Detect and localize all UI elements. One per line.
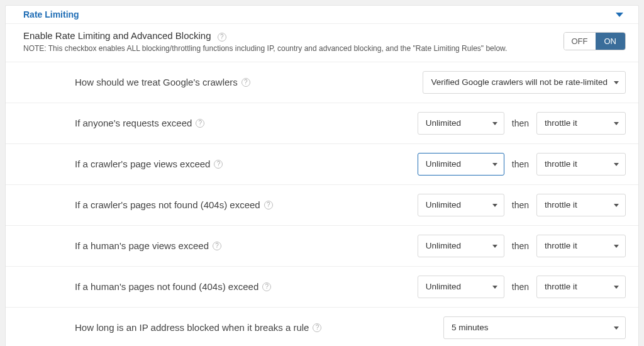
help-icon[interactable]: ? [264, 201, 273, 209]
action-value: throttle it [545, 282, 577, 291]
enable-title-text: Enable Rate Limiting and Advanced Blocki… [23, 30, 211, 41]
action-value: throttle it [545, 159, 577, 169]
threshold-value: Unlimited [426, 118, 461, 128]
threshold-value: Unlimited [426, 241, 461, 250]
action-select[interactable]: throttle it [536, 276, 626, 298]
then-text: then [512, 241, 529, 251]
help-icon[interactable]: ? [313, 323, 321, 332]
enable-row: Enable Rate Limiting and Advanced Blocki… [6, 24, 638, 62]
help-icon[interactable]: ? [242, 78, 250, 87]
rule-label-text: If a human's page views exceed [75, 240, 209, 251]
google-crawler-value: Verified Google crawlers will not be rat… [431, 77, 608, 87]
rule-label-text: If a crawler's page views exceed [75, 159, 210, 169]
toggle-off[interactable]: OFF [564, 33, 596, 50]
help-icon[interactable]: ? [213, 242, 221, 250]
then-text: then [512, 200, 529, 210]
threshold-select[interactable]: Unlimited [418, 194, 504, 216]
rule-label: If a human's pages not found (404s) exce… [75, 281, 418, 292]
enable-title: Enable Rate Limiting and Advanced Blocki… [23, 30, 564, 42]
rule-row: If a human's page views exceed?Unlimited… [6, 226, 638, 267]
rule-label: If a crawler's page views exceed? [75, 159, 418, 169]
threshold-select[interactable]: Unlimited [418, 153, 504, 176]
action-select[interactable]: throttle it [536, 112, 626, 135]
rule-row: If anyone's requests exceed?Unlimitedthe… [6, 103, 638, 144]
action-value: throttle it [545, 118, 577, 128]
rule-label-text: If a crawler's pages not found (404s) ex… [75, 199, 260, 210]
threshold-value: Unlimited [426, 200, 461, 209]
block-duration-row: How long is an IP address blocked when i… [6, 308, 638, 347]
help-icon[interactable]: ? [214, 160, 223, 169]
block-duration-value: 5 minutes [452, 323, 489, 332]
rule-label-text: If anyone's requests exceed [75, 118, 192, 128]
enable-toggle[interactable]: OFF ON [564, 32, 626, 50]
block-duration-label: How long is an IP address blocked when i… [75, 322, 309, 333]
toggle-on[interactable]: ON [596, 33, 626, 50]
chevron-down-icon [616, 13, 623, 17]
help-icon[interactable]: ? [196, 119, 204, 128]
help-icon[interactable]: ? [218, 33, 226, 42]
rule-label: If anyone's requests exceed? [75, 118, 418, 128]
rule-label: How long is an IP address blocked when i… [75, 322, 443, 333]
google-crawler-label: How should we treat Google's crawlers [75, 77, 238, 87]
google-crawler-select[interactable]: Verified Google crawlers will not be rat… [423, 71, 626, 94]
threshold-select[interactable]: Unlimited [418, 112, 504, 135]
rule-label: How should we treat Google's crawlers ? [75, 77, 423, 87]
rule-label: If a human's page views exceed? [75, 240, 418, 251]
block-duration-select[interactable]: 5 minutes [443, 316, 626, 339]
rule-label-text: If a human's pages not found (404s) exce… [75, 281, 258, 292]
action-select[interactable]: throttle it [536, 194, 626, 216]
then-text: then [512, 118, 529, 128]
action-select[interactable]: throttle it [536, 153, 626, 176]
action-value: throttle it [545, 200, 577, 209]
rule-row: If a crawler's pages not found (404s) ex… [6, 185, 638, 226]
threshold-value: Unlimited [426, 159, 461, 169]
action-value: throttle it [545, 241, 577, 250]
google-crawler-row: How should we treat Google's crawlers ? … [6, 62, 638, 103]
panel-header[interactable]: Rate Limiting [6, 6, 638, 24]
rule-row: If a crawler's page views exceed?Unlimit… [6, 144, 638, 185]
rate-limiting-panel: Rate Limiting Enable Rate Limiting and A… [5, 5, 639, 346]
enable-note: NOTE: This checkbox enables ALL blocking… [23, 44, 564, 53]
action-select[interactable]: throttle it [536, 235, 626, 257]
threshold-value: Unlimited [426, 282, 461, 291]
then-text: then [512, 282, 529, 292]
rule-label: If a crawler's pages not found (404s) ex… [75, 199, 418, 210]
help-icon[interactable]: ? [262, 282, 271, 291]
threshold-select[interactable]: Unlimited [418, 235, 504, 257]
threshold-select[interactable]: Unlimited [418, 276, 504, 298]
rule-row: If a human's pages not found (404s) exce… [6, 267, 638, 308]
panel-title: Rate Limiting [23, 9, 79, 20]
then-text: then [512, 159, 529, 169]
